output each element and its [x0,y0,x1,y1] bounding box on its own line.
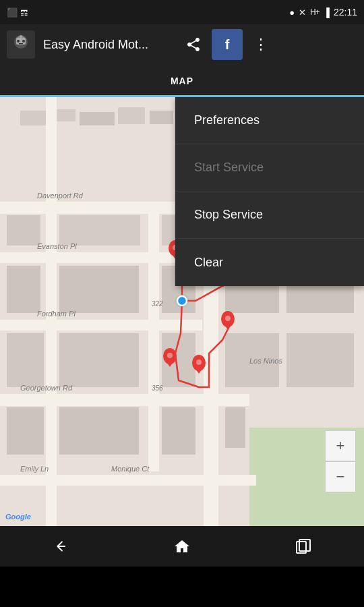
menu-item-preferences[interactable]: Preferences [175,97,364,144]
facebook-button[interactable]: f [212,29,243,60]
svg-rect-24 [7,266,40,313]
svg-point-68 [167,353,173,358]
svg-rect-19 [0,394,249,406]
svg-rect-18 [0,320,202,330]
svg-text:Los Ninos: Los Ninos [249,357,282,365]
more-icon: ⋮ [253,36,268,53]
svg-text:Georgetown Rd: Georgetown Rd [20,384,73,392]
back-button[interactable] [34,526,88,567]
svg-rect-11 [55,109,75,121]
svg-rect-28 [59,266,139,313]
zoom-out-button[interactable]: − [325,461,356,492]
more-button[interactable]: ⋮ [245,29,276,60]
svg-rect-20 [0,475,256,486]
location-icon: ● [289,7,295,18]
svg-rect-14 [150,111,173,124]
tab-map[interactable]: MAP [0,65,364,97]
network-icon: H+ [310,7,320,17]
app-bar-actions: f ⋮ [178,29,276,60]
menu-item-start-service: Start Service [175,144,364,192]
svg-text:Fordham Pl: Fordham Pl [37,310,75,318]
app-bar: Easy Android Mot... f ⋮ [0,24,364,65]
zoom-in-button[interactable]: + [325,430,356,461]
svg-rect-5 [19,43,23,45]
home-button[interactable] [155,526,209,567]
svg-rect-29 [59,333,139,387]
app-title: Easy Android Mot... [43,38,178,52]
time-display: 22:11 [334,7,357,18]
svg-text:322: 322 [152,300,163,308]
svg-point-71 [196,359,202,365]
svg-text:Evanston Pl: Evanston Pl [37,242,77,250]
svg-text:Monique Ct: Monique Ct [111,465,150,473]
app-icon [7,30,35,59]
svg-point-7 [20,35,22,37]
svg-rect-30 [59,407,139,455]
menu-item-stop-service[interactable]: Stop Service [175,192,364,239]
svg-rect-41 [286,333,354,387]
recent-apps-button[interactable] [276,526,330,567]
svg-text:356: 356 [152,384,163,392]
nav-bar [0,526,364,567]
svg-point-4 [22,40,25,42]
svg-rect-38 [225,407,245,448]
zoom-controls: + − [325,430,356,492]
svg-text:Emily Ln: Emily Ln [20,465,49,473]
svg-rect-25 [7,333,44,387]
battery-icon: ▐ [324,7,330,18]
svg-rect-23 [7,215,40,245]
svg-rect-27 [59,215,140,245]
facebook-icon: f [225,37,230,53]
svg-rect-26 [7,407,44,455]
svg-text:Davenport Rd: Davenport Rd [37,192,84,200]
svg-point-3 [17,40,20,42]
menu-item-clear[interactable]: Clear [175,239,364,286]
tab-bar: MAP [0,65,364,97]
svg-point-65 [225,316,231,321]
svg-rect-34 [162,407,195,455]
svg-point-73 [177,296,187,306]
svg-rect-22 [148,202,159,471]
map-area[interactable]: Davenport Rd Evanston Pl 322 Fordham Pl … [0,97,364,526]
status-bar: ⬛ 𝌜 ● ✕ H+ ▐ 22:11 [0,0,364,24]
notification-icon: 𝌜 [20,7,28,18]
signal-off-icon: ✕ [299,7,306,18]
google-logo: Google [5,513,31,521]
screenshot-icon: ⬛ [7,7,18,18]
svg-rect-13 [118,107,145,124]
share-button[interactable] [178,29,209,60]
dropdown-menu: Preferences Start Service Stop Service C… [175,97,364,286]
svg-rect-12 [80,112,115,125]
